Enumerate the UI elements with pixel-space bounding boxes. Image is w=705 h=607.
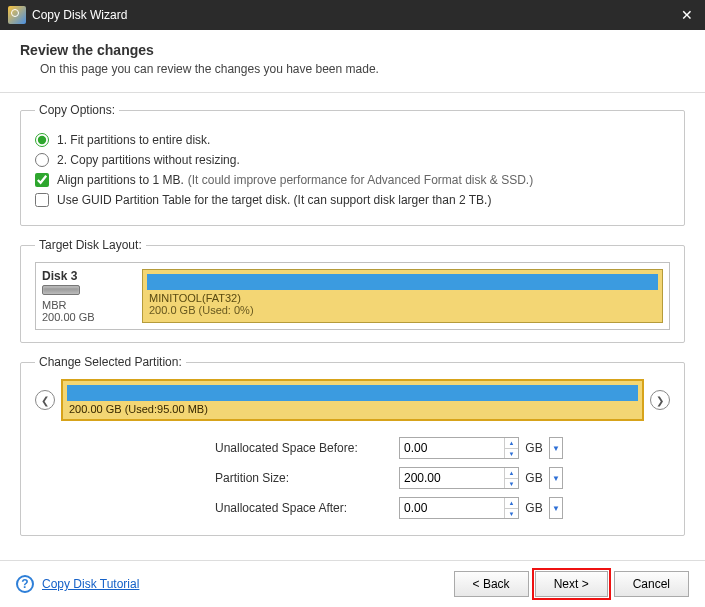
- help-icon[interactable]: ?: [16, 575, 34, 593]
- unit-label: GB: [523, 501, 545, 515]
- unalloc-after-spinner[interactable]: ▲▼: [504, 498, 518, 518]
- disk-info: Disk 3 MBR 200.00 GB: [42, 269, 142, 323]
- unalloc-before-label: Unallocated Space Before:: [215, 441, 395, 455]
- help-link[interactable]: Copy Disk Tutorial: [42, 577, 139, 591]
- selected-partition-bar[interactable]: [67, 385, 638, 401]
- unit-label: GB: [523, 441, 545, 455]
- next-partition-button[interactable]: ❯: [650, 390, 670, 410]
- unalloc-after-input-wrap: ▲▼: [399, 497, 519, 519]
- change-partition-legend: Change Selected Partition:: [35, 355, 186, 369]
- partition-size-input-wrap: ▲▼: [399, 467, 519, 489]
- copy-options-group: Copy Options: 1. Fit partitions to entir…: [20, 103, 685, 226]
- radio-fit-entire-label[interactable]: 1. Fit partitions to entire disk.: [57, 133, 210, 147]
- page-subtitle: On this page you can review the changes …: [40, 62, 685, 76]
- close-icon[interactable]: ✕: [677, 7, 697, 23]
- disk-icon: [42, 285, 80, 295]
- unalloc-after-label: Unallocated Space After:: [215, 501, 395, 515]
- unit-label: GB: [523, 471, 545, 485]
- radio-fit-entire[interactable]: [35, 133, 49, 147]
- checkbox-guid-label[interactable]: Use GUID Partition Table for the target …: [57, 193, 491, 207]
- unalloc-before-input[interactable]: [400, 438, 504, 458]
- partition-block[interactable]: MINITOOL(FAT32) 200.0 GB (Used: 0%): [142, 269, 663, 323]
- next-button[interactable]: Next >: [535, 571, 608, 597]
- radio-no-resize-label[interactable]: 2. Copy partitions without resizing.: [57, 153, 240, 167]
- partition-size-spinner[interactable]: ▲▼: [504, 468, 518, 488]
- checkbox-align-hint: (It could improve performance for Advanc…: [188, 173, 533, 187]
- titlebar: Copy Disk Wizard ✕: [0, 0, 705, 30]
- change-partition-group: Change Selected Partition: ❮ 200.00 GB (…: [20, 355, 685, 536]
- selected-partition-text: 200.00 GB (Used:95.00 MB): [63, 403, 642, 419]
- unalloc-before-input-wrap: ▲▼: [399, 437, 519, 459]
- partition-size: 200.0 GB (Used: 0%): [143, 304, 662, 320]
- disk-type: MBR: [42, 299, 142, 311]
- disk-size: 200.00 GB: [42, 311, 142, 323]
- partition-size-label: Partition Size:: [215, 471, 395, 485]
- partition-size-input[interactable]: [400, 468, 504, 488]
- copy-options-legend: Copy Options:: [35, 103, 119, 117]
- unalloc-before-spinner[interactable]: ▲▼: [504, 438, 518, 458]
- selected-partition-block[interactable]: 200.00 GB (Used:95.00 MB): [61, 379, 644, 421]
- cancel-button[interactable]: Cancel: [614, 571, 689, 597]
- divider: [0, 92, 705, 93]
- checkbox-guid[interactable]: [35, 193, 49, 207]
- checkbox-align[interactable]: [35, 173, 49, 187]
- disk-name: Disk 3: [42, 269, 142, 283]
- back-button[interactable]: < Back: [454, 571, 529, 597]
- target-layout-legend: Target Disk Layout:: [35, 238, 146, 252]
- app-icon: [8, 6, 26, 24]
- page-header: Review the changes On this page you can …: [0, 30, 705, 84]
- partition-usage-bar: [147, 274, 658, 290]
- page-title: Review the changes: [20, 42, 685, 58]
- partition-name: MINITOOL(FAT32): [143, 292, 662, 304]
- checkbox-align-label[interactable]: Align partitions to 1 MB.: [57, 173, 184, 187]
- unalloc-after-input[interactable]: [400, 498, 504, 518]
- target-layout-group: Target Disk Layout: Disk 3 MBR 200.00 GB…: [20, 238, 685, 343]
- radio-no-resize[interactable]: [35, 153, 49, 167]
- window-title: Copy Disk Wizard: [32, 8, 677, 22]
- unit-dropdown[interactable]: ▼: [549, 437, 563, 459]
- disk-layout-box: Disk 3 MBR 200.00 GB MINITOOL(FAT32) 200…: [35, 262, 670, 330]
- prev-partition-button[interactable]: ❮: [35, 390, 55, 410]
- unit-dropdown[interactable]: ▼: [549, 467, 563, 489]
- unit-dropdown[interactable]: ▼: [549, 497, 563, 519]
- footer: ? Copy Disk Tutorial < Back Next > Cance…: [0, 560, 705, 607]
